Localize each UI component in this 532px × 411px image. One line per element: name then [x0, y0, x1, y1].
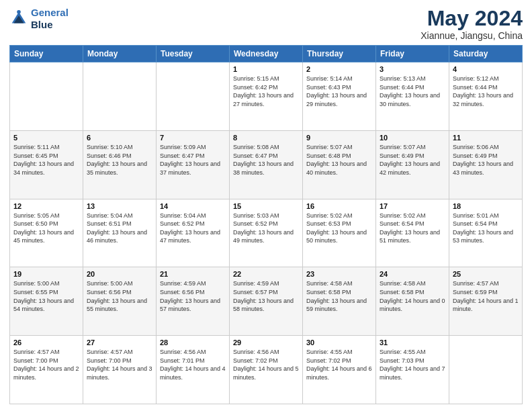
day-header-monday: Monday [83, 46, 157, 62]
calendar-cell: 16Sunrise: 5:02 AMSunset: 6:53 PMDayligh… [303, 199, 376, 267]
subtitle: Xiannue, Jiangsu, China [420, 30, 523, 41]
day-number: 11 [453, 134, 519, 142]
calendar-cell: 25Sunrise: 4:57 AMSunset: 6:59 PMDayligh… [449, 267, 523, 336]
calendar-cell: 28Sunrise: 4:56 AMSunset: 7:01 PMDayligh… [157, 336, 230, 404]
calendar-cell: 2Sunrise: 5:14 AMSunset: 6:43 PMDaylight… [303, 62, 376, 131]
day-number: 7 [160, 134, 226, 142]
calendar-cell: 21Sunrise: 4:59 AMSunset: 6:56 PMDayligh… [157, 267, 230, 336]
calendar-cell: 24Sunrise: 4:58 AMSunset: 6:58 PMDayligh… [376, 267, 449, 336]
day-number: 15 [233, 202, 299, 210]
svg-point-2 [17, 10, 21, 14]
day-number: 6 [87, 134, 152, 142]
day-number: 4 [453, 65, 519, 73]
calendar-cell [157, 62, 230, 131]
day-info: Sunrise: 4:59 AMSunset: 6:56 PMDaylight:… [160, 279, 226, 313]
day-number: 31 [380, 338, 445, 347]
day-number: 19 [13, 270, 79, 278]
day-number: 5 [13, 134, 79, 142]
calendar-cell: 11Sunrise: 5:06 AMSunset: 6:49 PMDayligh… [449, 130, 523, 199]
calendar-cell: 12Sunrise: 5:05 AMSunset: 6:50 PMDayligh… [10, 199, 83, 267]
day-info: Sunrise: 5:07 AMSunset: 6:49 PMDaylight:… [380, 143, 445, 177]
day-info: Sunrise: 4:58 AMSunset: 6:58 PMDaylight:… [306, 279, 372, 313]
logo-icon [9, 9, 28, 28]
day-info: Sunrise: 4:57 AMSunset: 7:00 PMDaylight:… [13, 348, 79, 381]
calendar-cell: 19Sunrise: 5:00 AMSunset: 6:55 PMDayligh… [10, 267, 83, 336]
day-info: Sunrise: 5:11 AMSunset: 6:45 PMDaylight:… [13, 143, 79, 177]
day-info: Sunrise: 5:15 AMSunset: 6:42 PMDaylight:… [233, 75, 299, 108]
calendar-cell: 31Sunrise: 4:55 AMSunset: 7:03 PMDayligh… [376, 336, 449, 404]
week-row-1: 1Sunrise: 5:15 AMSunset: 6:42 PMDaylight… [10, 62, 523, 131]
calendar-cell: 23Sunrise: 4:58 AMSunset: 6:58 PMDayligh… [303, 267, 376, 336]
day-number: 8 [233, 134, 299, 142]
day-number: 25 [453, 270, 519, 278]
day-info: Sunrise: 5:14 AMSunset: 6:43 PMDaylight:… [306, 75, 372, 108]
day-number: 30 [306, 338, 372, 347]
day-number: 16 [306, 202, 372, 210]
day-info: Sunrise: 4:58 AMSunset: 6:58 PMDaylight:… [380, 279, 445, 313]
day-header-tuesday: Tuesday [157, 46, 230, 62]
calendar-cell: 8Sunrise: 5:08 AMSunset: 6:47 PMDaylight… [230, 130, 303, 199]
day-info: Sunrise: 5:06 AMSunset: 6:49 PMDaylight:… [453, 143, 519, 177]
calendar-cell: 30Sunrise: 4:55 AMSunset: 7:02 PMDayligh… [303, 336, 376, 404]
day-info: Sunrise: 4:55 AMSunset: 7:02 PMDaylight:… [306, 348, 372, 381]
calendar-cell: 27Sunrise: 4:57 AMSunset: 7:00 PMDayligh… [83, 336, 157, 404]
day-number: 10 [380, 134, 445, 142]
day-info: Sunrise: 5:03 AMSunset: 6:52 PMDaylight:… [233, 212, 299, 245]
calendar-cell: 6Sunrise: 5:10 AMSunset: 6:46 PMDaylight… [83, 130, 157, 199]
calendar-cell: 13Sunrise: 5:04 AMSunset: 6:51 PMDayligh… [83, 199, 157, 267]
day-info: Sunrise: 5:10 AMSunset: 6:46 PMDaylight:… [87, 143, 152, 177]
day-info: Sunrise: 5:01 AMSunset: 6:54 PMDaylight:… [453, 212, 519, 245]
calendar-header-row: SundayMondayTuesdayWednesdayThursdayFrid… [10, 46, 523, 62]
day-number: 17 [380, 202, 445, 210]
calendar-cell: 26Sunrise: 4:57 AMSunset: 7:00 PMDayligh… [10, 336, 83, 404]
day-header-sunday: Sunday [10, 46, 83, 62]
day-number: 2 [306, 65, 372, 73]
calendar-cell: 4Sunrise: 5:12 AMSunset: 6:44 PMDaylight… [449, 62, 523, 131]
day-number: 22 [233, 270, 299, 278]
day-number: 18 [453, 202, 519, 210]
calendar-cell: 15Sunrise: 5:03 AMSunset: 6:52 PMDayligh… [230, 199, 303, 267]
day-number: 13 [87, 202, 152, 210]
day-info: Sunrise: 5:02 AMSunset: 6:54 PMDaylight:… [380, 212, 445, 245]
calendar-cell: 17Sunrise: 5:02 AMSunset: 6:54 PMDayligh… [376, 199, 449, 267]
day-number: 9 [306, 134, 372, 142]
day-info: Sunrise: 5:12 AMSunset: 6:44 PMDaylight:… [453, 75, 519, 108]
day-info: Sunrise: 5:00 AMSunset: 6:56 PMDaylight:… [87, 279, 152, 313]
day-info: Sunrise: 5:05 AMSunset: 6:50 PMDaylight:… [13, 212, 79, 245]
calendar-cell: 10Sunrise: 5:07 AMSunset: 6:49 PMDayligh… [376, 130, 449, 199]
calendar-cell [83, 62, 157, 131]
day-number: 20 [87, 270, 152, 278]
day-info: Sunrise: 4:56 AMSunset: 7:02 PMDaylight:… [233, 348, 299, 381]
day-header-wednesday: Wednesday [230, 46, 303, 62]
day-info: Sunrise: 5:09 AMSunset: 6:47 PMDaylight:… [160, 143, 226, 177]
day-number: 24 [380, 270, 445, 278]
week-row-5: 26Sunrise: 4:57 AMSunset: 7:00 PMDayligh… [10, 336, 523, 404]
day-info: Sunrise: 4:59 AMSunset: 6:57 PMDaylight:… [233, 279, 299, 313]
week-row-3: 12Sunrise: 5:05 AMSunset: 6:50 PMDayligh… [10, 199, 523, 267]
calendar-cell [10, 62, 83, 131]
day-header-friday: Friday [376, 46, 449, 62]
calendar-cell: 22Sunrise: 4:59 AMSunset: 6:57 PMDayligh… [230, 267, 303, 336]
header: General Blue May 2024 Xiannue, Jiangsu, … [9, 7, 523, 41]
title-block: May 2024 Xiannue, Jiangsu, China [420, 7, 523, 41]
day-info: Sunrise: 5:13 AMSunset: 6:44 PMDaylight:… [380, 75, 445, 108]
day-info: Sunrise: 5:04 AMSunset: 6:52 PMDaylight:… [160, 212, 226, 245]
week-row-4: 19Sunrise: 5:00 AMSunset: 6:55 PMDayligh… [10, 267, 523, 336]
calendar-cell: 20Sunrise: 5:00 AMSunset: 6:56 PMDayligh… [83, 267, 157, 336]
week-row-2: 5Sunrise: 5:11 AMSunset: 6:45 PMDaylight… [10, 130, 523, 199]
day-number: 23 [306, 270, 372, 278]
main-title: May 2024 [420, 7, 523, 30]
calendar-cell: 1Sunrise: 5:15 AMSunset: 6:42 PMDaylight… [230, 62, 303, 131]
day-number: 3 [380, 65, 445, 73]
day-info: Sunrise: 5:07 AMSunset: 6:48 PMDaylight:… [306, 143, 372, 177]
calendar-cell: 29Sunrise: 4:56 AMSunset: 7:02 PMDayligh… [230, 336, 303, 404]
logo: General Blue [9, 7, 69, 31]
day-header-saturday: Saturday [449, 46, 523, 62]
day-info: Sunrise: 5:00 AMSunset: 6:55 PMDaylight:… [13, 279, 79, 313]
calendar-cell: 3Sunrise: 5:13 AMSunset: 6:44 PMDaylight… [376, 62, 449, 131]
calendar-cell: 5Sunrise: 5:11 AMSunset: 6:45 PMDaylight… [10, 130, 83, 199]
calendar-cell [449, 336, 523, 404]
day-info: Sunrise: 5:02 AMSunset: 6:53 PMDaylight:… [306, 212, 372, 245]
calendar-cell: 7Sunrise: 5:09 AMSunset: 6:47 PMDaylight… [157, 130, 230, 199]
logo-text: General Blue [31, 7, 69, 31]
